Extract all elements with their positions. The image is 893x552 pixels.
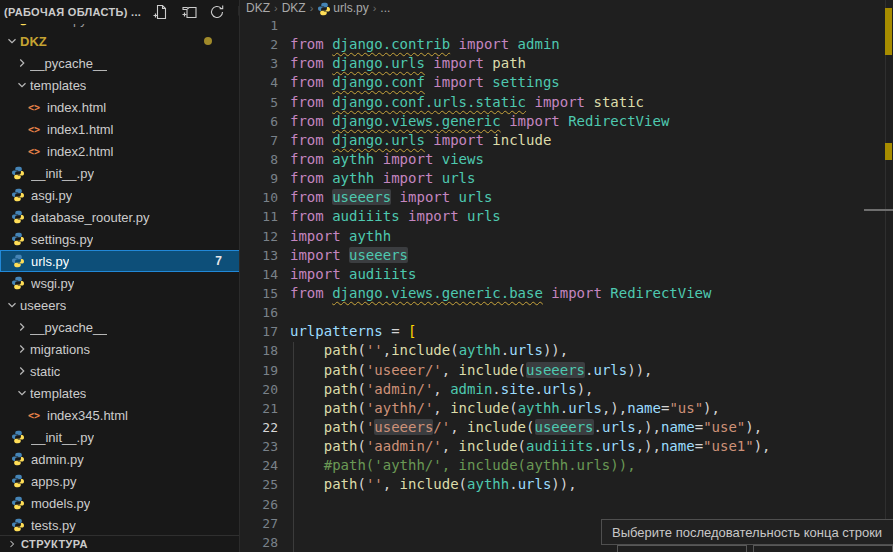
code-line[interactable]: 14import audiiits [241, 265, 893, 284]
python-icon [10, 209, 26, 225]
code-area[interactable]: 12from django.contrib import admin3from … [241, 16, 893, 552]
tree-item-dkz[interactable]: DKZ [0, 30, 240, 52]
tree-item-asgi-py[interactable]: asgi.py [0, 184, 240, 206]
breadcrumb-separator-icon: › [373, 2, 377, 14]
overview-ruler-mark [885, 143, 892, 160]
tree-item-apps-py[interactable]: apps.py [0, 470, 240, 492]
outline-section-header[interactable]: СТРУКТУРА [0, 535, 240, 552]
line-number: 4 [241, 73, 278, 92]
tree-item-database-roouter-py[interactable]: database_roouter.py [0, 206, 240, 228]
code-line[interactable]: 22 path('useeers/', include(useeers.urls… [241, 418, 893, 437]
code-line-text: path('useeer/', include(useeers.urls)), [290, 361, 653, 380]
modified-dot-icon [204, 37, 212, 45]
code-line[interactable]: 4from django.conf import settings [241, 73, 893, 92]
code-line[interactable]: 5from django.conf.urls.static import sta… [241, 93, 893, 112]
python-icon [10, 429, 26, 445]
code-line[interactable]: 20 path('admin/', admin.site.urls), [241, 380, 893, 399]
line-number: 20 [241, 380, 278, 399]
chevron-right-icon [6, 538, 18, 550]
code-line[interactable]: 9from aythh import urls [241, 169, 893, 188]
breadcrumb-item[interactable]: ... [380, 1, 390, 15]
line-number: 8 [241, 150, 278, 169]
tree-item-label: index2.html [47, 144, 113, 159]
tree-item-index2-html[interactable]: <>index2.html [0, 140, 240, 162]
tree-item-wsgi-py[interactable]: wsgi.py [0, 272, 240, 294]
python-icon [10, 231, 26, 247]
outline-section-label: СТРУКТУРА [21, 538, 88, 550]
tree-item-tests-py[interactable]: tests.py [0, 514, 240, 536]
line-number: 11 [241, 207, 278, 226]
new-folder-button[interactable] [179, 2, 199, 22]
code-line[interactable]: 21 path('aythh/', include(aythh.urls,),n… [241, 399, 893, 418]
tree-item-label: index.html [47, 100, 106, 115]
code-line[interactable]: 15from django.views.generic.base import … [241, 284, 893, 303]
collapse-all-button[interactable] [235, 2, 240, 22]
code-line[interactable]: 25 path('', include(aythh.urls)), [241, 475, 893, 494]
code-line[interactable]: 2from django.contrib import admin [241, 35, 893, 54]
code-line[interactable]: 13import useeers [241, 246, 893, 265]
tree-item-models-py[interactable]: models.py [0, 492, 240, 514]
chevron-down-icon [4, 33, 20, 49]
code-line-text: path('aythh/', include(aythh.urls,),name… [290, 399, 720, 418]
code-line[interactable]: 24 #path('aythh/', include(aythh.urls)), [241, 456, 893, 475]
tree-item-useeers[interactable]: useeers [0, 294, 240, 316]
tree-item-migrations[interactable]: migrations [0, 338, 240, 360]
code-line[interactable]: 1 [241, 16, 893, 35]
code-line[interactable]: 18 path('',include(aythh.urls)), [241, 341, 893, 360]
tree-item-templates[interactable]: templates [0, 382, 240, 404]
eol-tooltip: Выберите последовательность конца строки [601, 519, 893, 545]
tree-item-label: __pycache__ [30, 320, 107, 335]
code-line[interactable]: 17urlpatterns = [ [241, 322, 893, 341]
code-line-text: path('admin/', admin.site.urls), [290, 380, 594, 399]
tree-item-label: wsgi.py [31, 276, 74, 291]
code-line[interactable]: 26 [241, 495, 893, 514]
code-line-text: from django.contrib import admin [290, 35, 560, 54]
tree-item-settings-py[interactable]: settings.py [0, 228, 240, 250]
python-icon [10, 451, 26, 467]
python-icon [10, 187, 26, 203]
tree-item--pycache-[interactable]: __pycache__ [0, 52, 240, 74]
tree-item-index345-html[interactable]: <>index345.html [0, 404, 240, 426]
breadcrumb-item[interactable]: DKZ [282, 1, 306, 15]
statusbar-item-peek[interactable] [753, 545, 893, 552]
tree-item-urls-py[interactable]: urls.py7 [0, 250, 240, 272]
collapse-all-icon [237, 4, 240, 20]
tree-item-admin-py[interactable]: admin.py [0, 448, 240, 470]
statusbar-item-peek[interactable] [617, 545, 747, 552]
code-line-text: path('useeers/', include(useeers.urls,),… [290, 418, 762, 437]
tree-item--init-py[interactable]: __init__.py [0, 162, 240, 184]
tree-item-index-html[interactable]: <>index.html [0, 96, 240, 118]
code-line[interactable]: 23 path('aadmin/', include(audiiits.urls… [241, 437, 893, 456]
code-line[interactable]: 3from django.urls import path [241, 54, 893, 73]
python-icon [317, 2, 329, 14]
breadcrumb-item[interactable]: DKZ [246, 1, 270, 15]
code-line-text: import audiiits [290, 265, 416, 284]
tree-item--pycache-[interactable]: __pycache__ [0, 316, 240, 338]
code-line[interactable]: 6from django.views.generic import Redire… [241, 112, 893, 131]
line-number: 3 [241, 54, 278, 73]
breadcrumb-item[interactable]: urls.py [333, 1, 368, 15]
code-line[interactable]: 11from audiiits import urls [241, 207, 893, 226]
tree-item-index1-html[interactable]: <>index1.html [0, 118, 240, 140]
code-line-text: from aythh import views [290, 150, 484, 169]
tree-item-static[interactable]: static [0, 360, 240, 382]
file-tree: views.pyDKZ__pycache__templates<>index.h… [0, 8, 240, 536]
code-line[interactable]: 16 [241, 303, 893, 322]
tree-item-label: index1.html [47, 122, 113, 137]
breadcrumb: DKZ›DKZ›urls.py›... [246, 0, 390, 16]
tree-item-label: tests.py [31, 518, 76, 533]
new-file-icon [153, 4, 169, 20]
code-line[interactable]: 7from django.urls import include [241, 131, 893, 150]
code-line[interactable]: 10from useeers import urls [241, 188, 893, 207]
line-number: 24 [241, 456, 278, 475]
tree-item-templates[interactable]: templates [0, 74, 240, 96]
tree-item--init-py[interactable]: __init__.py [0, 426, 240, 448]
refresh-button[interactable] [207, 2, 227, 22]
python-icon [10, 517, 26, 533]
new-file-button[interactable] [151, 2, 171, 22]
code-line[interactable]: 8from aythh import views [241, 150, 893, 169]
python-icon [10, 275, 26, 291]
code-line[interactable]: 12import aythh [241, 227, 893, 246]
html-icon: <> [26, 99, 42, 115]
code-line[interactable]: 19 path('useeer/', include(useeers.urls)… [241, 361, 893, 380]
